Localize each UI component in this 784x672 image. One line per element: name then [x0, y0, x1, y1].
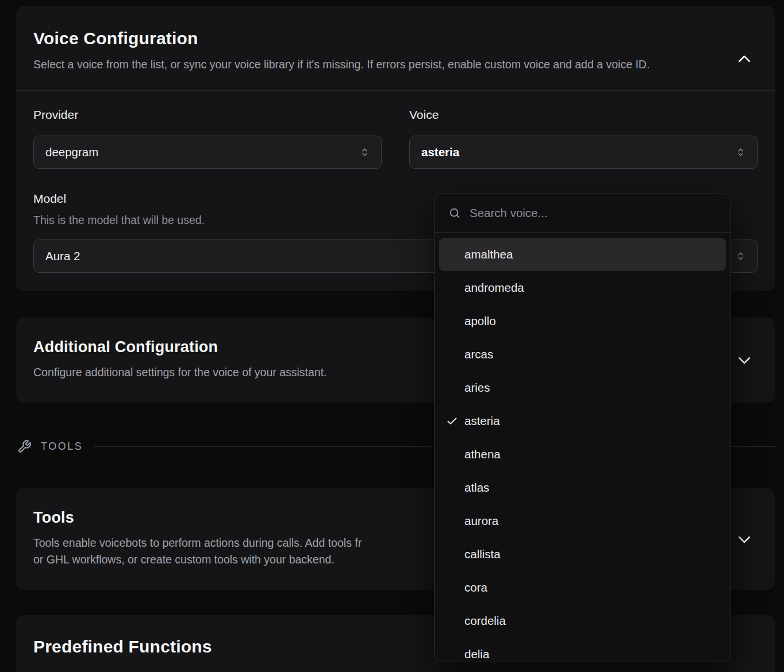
voice-option-list: amalthea andromeda apollo arcas aries: [435, 233, 731, 662]
voice-option-asteria[interactable]: asteria: [439, 404, 726, 438]
voice-option-arcas[interactable]: arcas: [439, 338, 726, 371]
page: Voice Configuration Select a voice from …: [0, 0, 784, 672]
voice-option-label: amalthea: [464, 248, 513, 261]
chevron-up-down-icon: [736, 250, 745, 262]
voice-option-cora[interactable]: cora: [439, 571, 726, 604]
search-icon: [448, 207, 461, 219]
voice-select[interactable]: asteria: [409, 136, 758, 169]
voice-option-atlas[interactable]: atlas: [439, 471, 726, 504]
voice-option-label: cora: [464, 581, 487, 594]
collapse-button[interactable]: [733, 48, 755, 70]
voice-search-row: [435, 194, 731, 233]
voice-option-aries[interactable]: aries: [439, 371, 726, 404]
provider-select[interactable]: deepgram: [33, 136, 382, 169]
chevron-down-icon: [736, 352, 753, 369]
provider-field: Provider deepgram: [33, 108, 382, 169]
wrench-icon: [17, 439, 32, 454]
voice-option-label: asteria: [464, 414, 500, 428]
tools-section-label: TOOLS: [41, 441, 83, 453]
voice-option-apollo[interactable]: apollo: [439, 304, 726, 338]
voice-configuration-description: Select a voice from the list, or sync yo…: [33, 56, 723, 73]
provider-value: deepgram: [45, 145, 98, 159]
voice-option-delia[interactable]: delia: [439, 638, 726, 662]
voice-option-label: aries: [464, 381, 490, 395]
voice-option-andromeda[interactable]: andromeda: [439, 271, 726, 304]
check-icon: [446, 415, 464, 427]
model-value: Aura 2: [45, 249, 80, 263]
voice-value: asteria: [421, 145, 459, 159]
voice-option-label: callista: [464, 547, 501, 561]
chevron-down-icon: [736, 531, 753, 548]
voice-configuration-header: Voice Configuration Select a voice from …: [16, 6, 775, 90]
voice-option-aurora[interactable]: aurora: [439, 504, 726, 538]
expand-button[interactable]: [733, 528, 755, 550]
voice-option-label: athena: [464, 447, 501, 461]
voice-option-label: andromeda: [464, 281, 524, 295]
voice-option-label: delia: [464, 647, 489, 661]
provider-label: Provider: [33, 108, 382, 122]
voice-dropdown: amalthea andromeda apollo arcas aries: [434, 194, 731, 662]
voice-option-label: atlas: [464, 481, 489, 495]
chevron-up-icon: [736, 51, 753, 68]
voice-configuration-title: Voice Configuration: [33, 29, 723, 48]
voice-option-label: aurora: [464, 514, 498, 528]
voice-field: Voice asteria: [409, 108, 758, 169]
voice-option-label: arcas: [464, 347, 493, 361]
voice-option-label: cordelia: [464, 614, 506, 628]
voice-option-athena[interactable]: athena: [439, 438, 726, 471]
chevron-up-down-icon: [736, 146, 745, 159]
voice-option-label: apollo: [464, 314, 496, 328]
expand-button[interactable]: [733, 349, 755, 371]
voice-option-cordelia[interactable]: cordelia: [439, 604, 726, 638]
voice-option-callista[interactable]: callista: [439, 538, 726, 571]
voice-option-amalthea[interactable]: amalthea: [439, 238, 726, 271]
chevron-up-down-icon: [360, 146, 370, 159]
voice-label: Voice: [409, 108, 758, 122]
voice-search-input[interactable]: [470, 206, 717, 220]
